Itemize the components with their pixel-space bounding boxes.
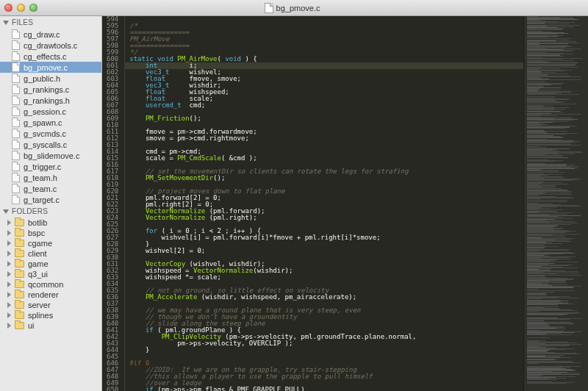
sidebar-folder-label: splines <box>28 311 53 320</box>
sidebar-folder-label: qcommon <box>28 280 63 289</box>
disclosure-right-icon <box>7 302 11 308</box>
minimap[interactable] <box>523 16 588 391</box>
sidebar-file-label: cg_effects.c <box>24 52 67 61</box>
sidebar-file-item[interactable]: g_team.c <box>0 183 101 194</box>
sidebar-folder-label: bspc <box>28 229 45 237</box>
sidebar-file-label: g_rankings.h <box>24 96 70 105</box>
disclosure-right-icon <box>7 251 11 257</box>
sidebar-file-label: g_svcmds.c <box>24 129 66 138</box>
sidebar-file-item[interactable]: g_target.c <box>0 194 101 205</box>
sidebar-file-label: g_session.c <box>24 107 66 116</box>
sidebar-folder-item[interactable]: renderer <box>0 290 101 300</box>
sidebar-folder-label: server <box>28 301 51 309</box>
sidebar-file-item[interactable]: g_trigger.c <box>0 161 101 172</box>
disclosure-down-icon <box>3 209 9 214</box>
sidebar-folder-item[interactable]: splines <box>0 310 101 320</box>
sidebar-file-label: g_team.c <box>24 184 57 193</box>
sidebar-file-label: g_target.c <box>24 196 60 204</box>
sidebar-folder-item[interactable]: ui <box>0 320 101 331</box>
code-area[interactable]: /*===============PM_AirMove=============… <box>125 16 523 391</box>
sidebar-folder-item[interactable]: server <box>0 300 101 310</box>
folder-icon <box>15 229 24 237</box>
disclosure-down-icon <box>3 21 9 25</box>
sidebar-folder-item[interactable]: botlib <box>0 218 101 228</box>
sidebar-group-files[interactable]: FILES <box>0 16 101 29</box>
file-icon <box>12 173 20 182</box>
folder-icon <box>15 240 24 247</box>
sidebar-file-item[interactable]: cg_draw.c <box>0 29 101 40</box>
sidebar-folder-label: game <box>28 259 49 268</box>
sidebar-file-item[interactable]: g_session.c <box>0 106 101 117</box>
sidebar-file-item[interactable]: g_public.h <box>0 73 101 84</box>
sidebar-file-item[interactable]: g_svcmds.c <box>0 128 101 139</box>
sidebar-folder-item[interactable]: game <box>0 259 101 269</box>
file-icon <box>12 96 20 105</box>
sidebar-file-item[interactable]: bg_pmove.c <box>0 62 101 73</box>
sidebar-file-item[interactable]: g_rankings.c <box>0 84 101 95</box>
sidebar-folder-item[interactable]: q3_ui <box>0 269 101 279</box>
disclosure-right-icon <box>7 230 11 236</box>
sidebar-folder-label: q3_ui <box>28 270 48 279</box>
file-icon <box>12 140 20 149</box>
folder-icon <box>15 219 24 226</box>
minimize-icon[interactable] <box>17 4 25 12</box>
sidebar-file-item[interactable]: bg_slidemove.c <box>0 150 101 161</box>
sidebar-file-item[interactable]: g_team.h <box>0 172 101 183</box>
disclosure-right-icon <box>7 271 11 277</box>
sidebar-folder-item[interactable]: cgame <box>0 238 101 248</box>
disclosure-right-icon <box>7 281 11 287</box>
sidebar-file-label: bg_slidemove.c <box>24 151 79 160</box>
folder-icon <box>15 291 24 298</box>
sidebar-folder-label: renderer <box>28 290 59 299</box>
file-icon <box>12 107 20 116</box>
sidebar-group-label: FOLDERS <box>12 207 48 215</box>
sidebar-file-label: g_rankings.c <box>24 85 69 94</box>
sidebar-file-label: g_spawn.c <box>24 118 62 127</box>
sidebar-file-label: bg_pmove.c <box>24 63 68 72</box>
sidebar-folder-item[interactable]: bspc <box>0 228 101 238</box>
folder-icon <box>15 281 24 288</box>
folders-list: botlibbspccgameclientgameq3_uiqcommonren… <box>0 218 101 331</box>
zoom-icon[interactable] <box>29 4 37 12</box>
file-icon <box>12 51 20 61</box>
sidebar-file-label: cg_drawtools.c <box>24 41 77 50</box>
folder-icon <box>15 270 24 278</box>
sidebar-file-item[interactable]: g_spawn.c <box>0 117 101 128</box>
disclosure-right-icon <box>7 220 11 226</box>
file-icon <box>12 151 20 160</box>
sidebar-group-folders[interactable]: FOLDERS <box>0 205 101 218</box>
file-icon <box>12 62 20 72</box>
disclosure-right-icon <box>7 323 11 329</box>
line-number-gutter: 5945955965975985996006016026036046056066… <box>102 16 125 391</box>
window-title: bg_pmove.c <box>37 3 547 13</box>
file-icon <box>12 85 20 94</box>
folder-icon <box>15 322 24 329</box>
sidebar-group-label: FILES <box>12 18 33 26</box>
folder-icon <box>15 312 24 319</box>
disclosure-right-icon <box>7 292 11 298</box>
sidebar-file-label: g_team.h <box>24 173 57 182</box>
sidebar-folder-item[interactable]: qcommon <box>0 279 101 290</box>
file-icon <box>12 73 20 83</box>
window-title-text: bg_pmove.c <box>276 4 320 12</box>
sidebar-file-label: g_trigger.c <box>24 162 61 171</box>
file-icon <box>12 29 20 39</box>
folder-icon <box>15 250 24 257</box>
sidebar-file-item[interactable]: g_rankings.h <box>0 95 101 106</box>
file-icon <box>12 40 20 50</box>
sidebar-file-item[interactable]: g_syscalls.c <box>0 139 101 150</box>
sidebar-file-label: cg_draw.c <box>24 30 60 39</box>
main-panel: FILES cg_draw.ccg_drawtools.ccg_effects.… <box>0 16 588 391</box>
file-icon <box>12 118 20 127</box>
sidebar-folder-label: botlib <box>28 218 47 227</box>
sidebar-file-item[interactable]: cg_effects.c <box>0 51 101 62</box>
sidebar-file-item[interactable]: cg_drawtools.c <box>0 40 101 51</box>
sidebar-folder-label: cgame <box>28 239 52 248</box>
close-icon[interactable] <box>4 4 12 12</box>
sidebar-folder-item[interactable]: client <box>0 248 101 259</box>
window-titlebar: bg_pmove.c <box>0 0 588 16</box>
window-controls <box>4 4 37 12</box>
sidebar-folder-label: client <box>28 249 47 258</box>
sidebar: FILES cg_draw.ccg_drawtools.ccg_effects.… <box>0 16 102 391</box>
editor: 5945955965975985996006016026036046056066… <box>102 16 588 391</box>
